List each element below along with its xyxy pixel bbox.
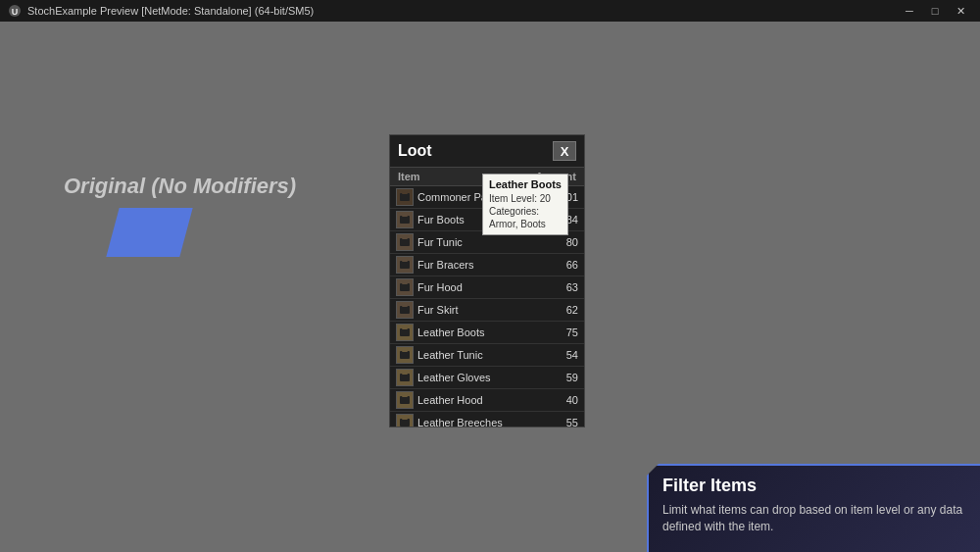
item-name: Leather Hood: [417, 394, 483, 406]
item-icon: [396, 211, 414, 228]
item-name: Fur Tunic: [417, 236, 463, 248]
item-icon: [396, 346, 414, 364]
item-amount: 54: [554, 349, 578, 361]
item-name: Commoner Pants: [417, 191, 502, 203]
item-amount: 63: [554, 281, 578, 293]
item-name: Fur Hood: [417, 281, 463, 293]
window-controls: ─ □ ✕: [898, 3, 972, 19]
loot-item[interactable]: Commoner Pants 101: [390, 186, 584, 209]
svg-text:U: U: [12, 7, 19, 17]
loot-title: Loot: [398, 142, 432, 160]
item-amount: 75: [554, 326, 578, 338]
item-left: Leather Boots: [396, 324, 485, 341]
loot-item[interactable]: Leather Hood 40: [390, 389, 584, 412]
loot-list[interactable]: Commoner Pants 101 Fur Boots 84: [390, 186, 584, 427]
item-amount: 101: [554, 191, 578, 203]
item-left: Fur Boots: [396, 211, 465, 228]
svg-rect-9: [400, 238, 410, 246]
item-left: Leather Gloves: [396, 369, 491, 386]
filter-description: Limit what items can drop based on item …: [662, 502, 966, 535]
svg-rect-22: [402, 326, 408, 329]
maximize-button[interactable]: □: [923, 3, 947, 19]
item-icon: [396, 256, 414, 274]
loot-item[interactable]: Fur Hood 63: [390, 276, 584, 299]
loot-item[interactable]: Leather Gloves 59: [390, 367, 584, 389]
window-title: StochExample Preview [NetMode: Standalon…: [27, 5, 314, 17]
title-bar: U StochExample Preview [NetMode: Standal…: [0, 0, 980, 22]
item-name: Leather Breeches: [417, 417, 503, 427]
item-amount: 59: [554, 372, 578, 383]
item-left: Fur Hood: [396, 278, 463, 296]
svg-rect-12: [400, 261, 410, 269]
item-amount: 40: [554, 394, 578, 406]
item-left: Leather Hood: [396, 391, 483, 409]
loot-item[interactable]: Leather Boots 75: [390, 322, 584, 344]
svg-rect-21: [400, 328, 410, 336]
svg-rect-33: [400, 419, 410, 427]
item-left: Fur Tunic: [396, 233, 463, 251]
item-icon: [396, 278, 414, 296]
item-name: Fur Boots: [417, 214, 465, 226]
blue-shape: [106, 208, 192, 257]
item-icon: [396, 414, 414, 427]
filter-panel: Filter Items Limit what items can drop b…: [647, 464, 980, 552]
col-header-amount: Amount: [535, 171, 576, 182]
item-amount: 80: [554, 236, 578, 248]
ue-logo-icon: U: [8, 4, 22, 18]
item-icon: [396, 301, 414, 319]
item-left: Commoner Pants: [396, 188, 502, 206]
item-icon: [396, 391, 414, 409]
svg-rect-31: [402, 394, 408, 397]
item-name: Fur Skirt: [417, 304, 459, 316]
item-left: Leather Breeches: [396, 414, 503, 427]
item-amount: 55: [554, 417, 578, 427]
item-name: Leather Gloves: [417, 372, 491, 383]
loot-item[interactable]: Leather Tunic 54: [390, 344, 584, 367]
svg-rect-34: [402, 417, 408, 420]
item-icon: [396, 324, 414, 341]
item-icon: [396, 188, 414, 206]
filter-title: Filter Items: [662, 476, 966, 496]
minimize-button[interactable]: ─: [898, 3, 921, 19]
item-amount: 66: [554, 259, 578, 271]
loot-item[interactable]: Fur Boots 84: [390, 209, 584, 231]
original-label: Original (No Modifiers): [64, 174, 296, 199]
item-left: Fur Skirt: [396, 301, 459, 319]
loot-item[interactable]: Fur Bracers 66: [390, 254, 584, 276]
item-icon: [396, 369, 414, 386]
svg-rect-19: [402, 304, 408, 307]
col-header-item: Item: [398, 171, 420, 182]
loot-header: Loot X: [390, 135, 584, 168]
item-left: Fur Bracers: [396, 256, 473, 274]
svg-rect-10: [402, 236, 408, 239]
svg-rect-18: [400, 306, 410, 314]
svg-rect-3: [400, 193, 410, 201]
item-name: Leather Tunic: [417, 349, 483, 361]
svg-rect-25: [402, 349, 408, 352]
main-area: Original (No Modifiers) Loot X Item Amou…: [0, 22, 980, 552]
loot-panel: Loot X Item Amount Commoner Pants 101: [389, 134, 585, 427]
loot-item[interactable]: Fur Tunic 80: [390, 231, 584, 254]
item-amount: 84: [554, 214, 578, 226]
loot-item[interactable]: Leather Breeches 55: [390, 412, 584, 427]
loot-close-button[interactable]: X: [553, 141, 576, 161]
svg-rect-6: [400, 216, 410, 224]
item-name: Leather Boots: [417, 326, 485, 338]
svg-rect-4: [402, 191, 408, 194]
item-amount: 62: [554, 304, 578, 316]
svg-rect-7: [402, 214, 408, 217]
svg-rect-28: [402, 372, 408, 375]
title-bar-left: U StochExample Preview [NetMode: Standal…: [8, 4, 314, 18]
svg-rect-30: [400, 396, 410, 404]
svg-rect-16: [402, 281, 408, 284]
svg-rect-13: [402, 259, 408, 262]
svg-rect-15: [400, 283, 410, 291]
item-name: Fur Bracers: [417, 259, 473, 271]
item-left: Leather Tunic: [396, 346, 483, 364]
loot-item[interactable]: Fur Skirt 62: [390, 299, 584, 322]
svg-rect-24: [400, 351, 410, 359]
close-button[interactable]: ✕: [949, 3, 972, 19]
loot-columns: Item Amount: [390, 168, 584, 186]
svg-rect-27: [400, 374, 410, 381]
item-icon: [396, 233, 414, 251]
